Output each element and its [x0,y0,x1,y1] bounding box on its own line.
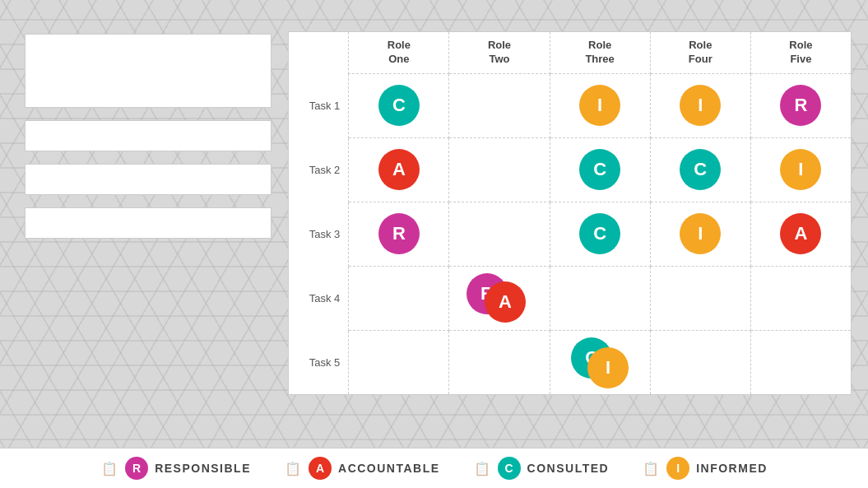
title-bar [0,0,868,23]
raci-table: RoleOneRoleTwoRoleThreeRoleFourRoleFive … [288,31,852,395]
role-header-4: RoleFour [650,32,750,74]
due-date-value [25,207,272,239]
legend-circle-c: C [498,457,521,480]
cell-task3-role4: I [650,202,750,266]
legend-bar: 📋RRESPONSIBLE📋AACCOUNTABLE📋CCONSULTED📋II… [0,448,868,488]
legend-item-a: 📋AACCOUNTABLE [284,457,440,480]
table-row: Task 2ACCI [289,137,852,202]
raci-circle-i: I [780,149,821,190]
left-panel [25,23,272,448]
raci-circle-c: C [680,149,721,190]
cell-task1-role5: R [750,73,851,137]
due-date-field-group [25,205,272,239]
role-header-5: RoleFive [750,32,851,74]
cell-task4-role2: RA [449,266,550,330]
legend-item-r: 📋RRESPONSIBLE [100,457,251,480]
raci-circle-c: C [579,149,620,190]
raci-circle-i: I [587,347,629,388]
legend-circle-a: A [309,457,332,480]
budget-value [25,164,272,195]
cell-task1-role3: I [550,73,650,137]
cell-task3-role1: R [349,202,449,266]
table-row: Task 3RCIA [289,202,852,266]
cell-task5-role3: CI [550,330,650,394]
cell-task3-role3: C [550,202,650,266]
cell-task2-role5: I [750,137,851,202]
cell-task2-role3: C [550,137,650,202]
legend-circle-i: I [666,457,689,480]
raci-circle-c: C [579,213,620,254]
cell-task3-role2 [449,202,550,266]
legend-icon-c: 📋 [473,460,491,476]
manager-field-group [25,118,272,151]
raci-circle-i: I [579,85,620,126]
raci-circle-i: I [680,85,721,126]
raci-circle-r: R [780,85,821,126]
budget-field-group [25,161,272,195]
raci-circle-c: C [378,85,420,126]
cell-task1-role2 [449,73,550,137]
task-label-1: Task 1 [289,73,349,137]
raci-circle-i: I [680,213,721,254]
role-header-1: RoleOne [349,32,449,74]
raci-circle-a: A [485,281,526,323]
cell-task2-role1: A [349,137,449,202]
cell-task4-role4 [650,266,750,330]
table-row: Task 1CIIR [289,73,852,137]
overlap-circles-task5-role3: CI [571,337,629,387]
cell-task4-role3 [550,266,650,330]
content-area: RoleOneRoleTwoRoleThreeRoleFourRoleFive … [0,23,868,448]
right-panel: RoleOneRoleTwoRoleThreeRoleFourRoleFive … [288,23,852,448]
cell-task2-role4: C [650,137,750,202]
cell-task5-role2 [449,330,550,394]
cell-task3-role5: A [750,202,851,266]
raci-circle-a: A [378,149,420,190]
raci-circle-r: R [378,213,420,254]
project-value [25,34,272,108]
legend-label-c: CONSULTED [527,462,610,475]
legend-label-r: RESPONSIBLE [155,462,251,475]
task-label-5: Task 5 [289,330,349,394]
legend-label-a: ACCOUNTABLE [338,462,440,475]
cell-task5-role5 [750,330,851,394]
main-container: RoleOneRoleTwoRoleThreeRoleFourRoleFive … [0,0,868,488]
project-field-group [25,31,272,108]
task-label-2: Task 2 [289,137,349,202]
legend-label-i: INFORMED [696,462,768,475]
table-row: Task 4RA [289,266,852,330]
cell-task4-role1 [349,266,449,330]
legend-icon-a: 📋 [284,460,302,476]
overlap-circles-task4-role2: RA [466,273,532,323]
raci-circle-a: A [780,213,821,254]
cell-task1-role4: I [650,73,750,137]
task-label-4: Task 4 [289,266,349,330]
cell-task5-role1 [349,330,449,394]
manager-value [25,120,272,151]
legend-item-c: 📋CCONSULTED [473,457,610,480]
legend-icon-r: 📋 [100,460,118,476]
role-header-3: RoleThree [550,32,650,74]
role-header-2: RoleTwo [449,32,550,74]
legend-circle-r: R [125,457,148,480]
legend-item-i: 📋IINFORMED [642,457,768,480]
legend-icon-i: 📋 [642,460,660,476]
task-label-3: Task 3 [289,202,349,266]
cell-task2-role2 [449,137,550,202]
cell-task5-role4 [650,330,750,394]
cell-task4-role5 [750,266,851,330]
cell-task1-role1: C [349,73,449,137]
table-row: Task 5CI [289,330,852,394]
